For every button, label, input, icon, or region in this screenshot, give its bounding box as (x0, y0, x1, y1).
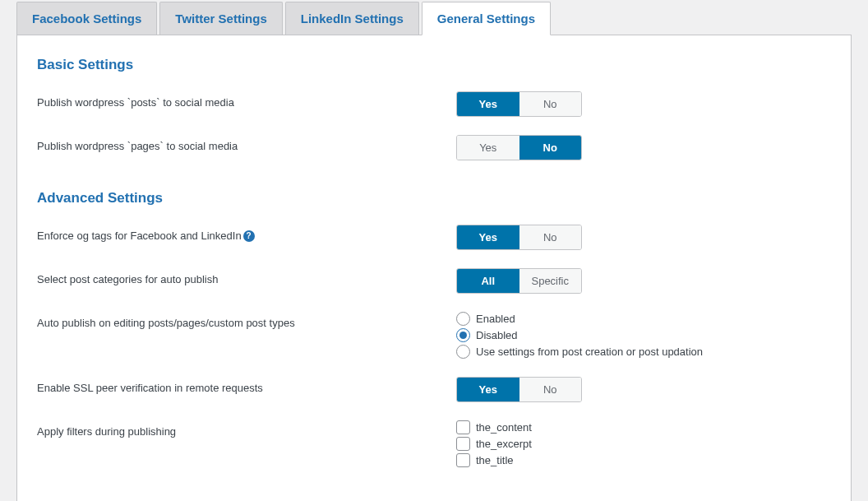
radio-label-use-settings: Use settings from post creation or post … (476, 346, 703, 358)
checkbox-group-filters: the_content the_excerpt the_title (456, 420, 831, 467)
row-filters: Apply filters during publishing the_cont… (37, 420, 831, 467)
radio-auto-publish-disabled[interactable]: Disabled (456, 328, 831, 342)
basic-settings-heading: Basic Settings (37, 57, 831, 73)
checkbox-the-excerpt[interactable]: the_excerpt (456, 437, 831, 451)
label-categories: Select post categories for auto publish (37, 268, 456, 285)
checkbox-label-the-content: the_content (476, 421, 532, 434)
label-publish-posts: Publish wordpress `posts` to social medi… (37, 91, 456, 109)
toggle-publish-pages-yes[interactable]: Yes (457, 136, 519, 160)
toggle-enforce-og-yes[interactable]: Yes (457, 225, 519, 249)
tab-linkedin-settings[interactable]: LinkedIn Settings (285, 2, 419, 35)
tab-general-settings[interactable]: General Settings (422, 2, 551, 35)
row-publish-pages: Publish wordpress `pages` to social medi… (37, 135, 831, 160)
toggle-enforce-og-no[interactable]: No (519, 225, 582, 249)
row-publish-posts: Publish wordpress `posts` to social medi… (37, 91, 831, 117)
row-categories: Select post categories for auto publish … (37, 268, 831, 294)
label-auto-publish-editing: Auto publish on editing posts/pages/cust… (37, 312, 456, 329)
row-ssl: Enable SSL peer verification in remote r… (37, 377, 831, 402)
toggle-ssl: Yes No (456, 377, 582, 402)
toggle-ssl-no[interactable]: No (519, 378, 582, 401)
advanced-settings-heading: Advanced Settings (37, 190, 831, 206)
toggle-publish-pages-no[interactable]: No (519, 136, 582, 160)
row-enforce-og: Enforce og tags for Facebook and LinkedI… (37, 225, 831, 250)
radio-label-enabled: Enabled (476, 313, 515, 325)
toggle-categories-all[interactable]: All (457, 269, 519, 293)
help-icon[interactable]: ? (243, 230, 255, 242)
checkbox-box-icon (456, 453, 470, 467)
toggle-enforce-og: Yes No (456, 225, 582, 250)
radio-auto-publish-enabled[interactable]: Enabled (456, 312, 831, 326)
label-enforce-og: Enforce og tags for Facebook and LinkedI… (37, 225, 456, 242)
checkbox-the-content[interactable]: the_content (456, 420, 831, 434)
checkbox-the-title[interactable]: the_title (456, 453, 831, 467)
label-publish-pages: Publish wordpress `pages` to social medi… (37, 135, 456, 152)
toggle-publish-posts-no[interactable]: No (519, 92, 582, 116)
tabs-bar: Facebook Settings Twitter Settings Linke… (16, 0, 852, 35)
checkbox-label-the-excerpt: the_excerpt (476, 438, 532, 450)
toggle-publish-pages: Yes No (456, 135, 582, 160)
radio-group-auto-publish: Enabled Disabled Use settings from post … (456, 312, 831, 359)
row-auto-publish-editing: Auto publish on editing posts/pages/cust… (37, 312, 831, 359)
label-ssl: Enable SSL peer verification in remote r… (37, 377, 456, 394)
radio-label-disabled: Disabled (476, 329, 518, 341)
toggle-ssl-yes[interactable]: Yes (457, 378, 519, 401)
radio-circle-icon (456, 345, 470, 359)
settings-panel: Basic Settings Publish wordpress `posts`… (16, 35, 852, 501)
radio-auto-publish-use-settings[interactable]: Use settings from post creation or post … (456, 345, 831, 359)
label-filters: Apply filters during publishing (37, 420, 456, 438)
radio-circle-icon (456, 328, 470, 342)
tab-twitter-settings[interactable]: Twitter Settings (159, 2, 282, 35)
label-enforce-og-text: Enforce og tags for Facebook and LinkedI… (37, 230, 242, 242)
checkbox-label-the-title: the_title (476, 454, 514, 466)
tab-facebook-settings[interactable]: Facebook Settings (16, 2, 157, 35)
toggle-categories: All Specific (456, 268, 582, 294)
checkbox-box-icon (456, 420, 470, 434)
toggle-categories-specific[interactable]: Specific (519, 269, 582, 293)
checkbox-box-icon (456, 437, 470, 451)
toggle-publish-posts: Yes No (456, 91, 582, 117)
radio-circle-icon (456, 312, 470, 326)
toggle-publish-posts-yes[interactable]: Yes (457, 92, 519, 116)
